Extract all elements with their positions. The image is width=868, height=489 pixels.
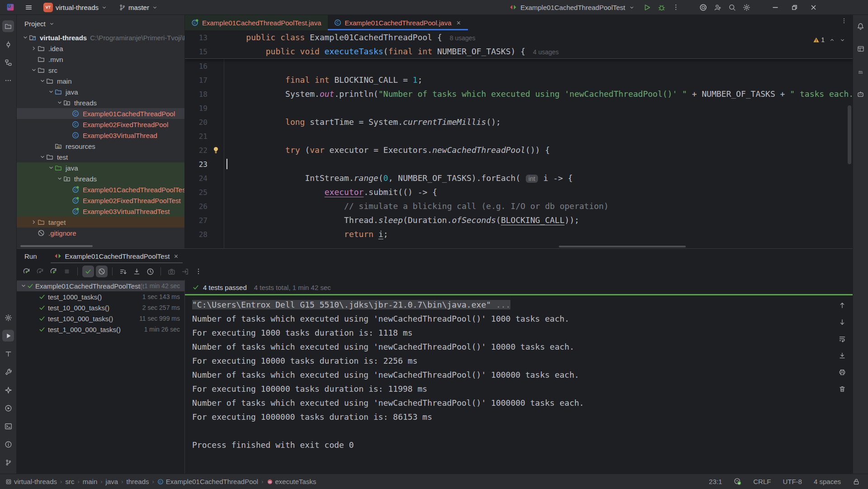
- import-test-results-icon[interactable]: [165, 266, 177, 277]
- console-line[interactable]: Number of tasks which executed using 'ne…: [192, 342, 853, 356]
- project-tree-hscrollbar[interactable]: [20, 245, 93, 247]
- scroll-to-top-icon[interactable]: [836, 299, 848, 311]
- console-line[interactable]: For executing 1000 tasks duration is: 11…: [192, 328, 853, 342]
- close-button[interactable]: [806, 1, 821, 13]
- todo-tool-window-icon[interactable]: [2, 348, 14, 360]
- branch-selector[interactable]: master: [116, 2, 160, 13]
- console-line[interactable]: Number of tasks which executed using 'ne…: [192, 398, 853, 412]
- code-line[interactable]: 21: [185, 129, 853, 143]
- inspection-widget[interactable]: 1: [813, 33, 845, 47]
- console-line[interactable]: Number of tasks which executed using 'ne…: [192, 370, 853, 384]
- tree-row[interactable]: java: [17, 162, 184, 173]
- ai-assistant-button-icon[interactable]: [697, 1, 709, 13]
- chevron-down-icon[interactable]: [49, 21, 55, 27]
- project-selector[interactable]: VT virtual-threads: [41, 1, 110, 14]
- terminal-tool-window-icon[interactable]: [2, 420, 14, 432]
- notifications-icon[interactable]: [855, 20, 867, 32]
- breadcrumb-item[interactable]: mexecuteTasks: [267, 478, 316, 485]
- breadcrumb-item[interactable]: CExample01CachedThreadPool: [157, 478, 258, 485]
- minimize-button[interactable]: [768, 1, 783, 13]
- tree-row[interactable]: CExample03VirtualThreadTest: [17, 206, 184, 217]
- tree-chevron-icon[interactable]: [38, 153, 46, 161]
- close-tab-icon[interactable]: [456, 20, 462, 26]
- usages-inlay[interactable]: 8 usages: [450, 34, 476, 42]
- tree-chevron-icon[interactable]: [21, 34, 29, 41]
- commit-tool-window-icon[interactable]: [2, 38, 14, 50]
- code-editor[interactable]: 1 13 public class Example01CachedThreadP…: [185, 30, 853, 248]
- code-line[interactable]: 28 return i;: [185, 227, 853, 241]
- editor-tab[interactable]: CExample01CachedThreadPoolTest.java: [185, 15, 328, 30]
- unlock-icon[interactable]: [853, 478, 860, 485]
- editor-tab[interactable]: CExample01CachedThreadPool.java: [328, 15, 468, 30]
- folded-command-icon[interactable]: ...: [491, 300, 510, 309]
- sort-alphabetically-icon[interactable]: [117, 266, 129, 277]
- tree-row[interactable]: java: [17, 86, 184, 97]
- run-tab[interactable]: Example01CachedThreadPoolTest: [51, 249, 183, 263]
- tree-row[interactable]: .gitignore: [17, 228, 184, 238]
- code-line[interactable]: 23: [185, 157, 853, 171]
- code-line[interactable]: 25 executor.submit(() -> {: [185, 185, 853, 199]
- tree-row[interactable]: threads: [17, 97, 184, 108]
- console-line[interactable]: For executing 10000 tasks duration is: 2…: [192, 356, 853, 370]
- test-row[interactable]: test_100_000_tasks()11 sec 999 ms: [17, 313, 184, 324]
- show-passed-toggle-icon[interactable]: [82, 266, 94, 277]
- code-line[interactable]: 22 try (var executor = Executors.newCach…: [185, 143, 853, 157]
- code-line[interactable]: 26 // simulate a blicking call (e.g. I/O…: [185, 199, 853, 213]
- run-configuration-selector[interactable]: Example01CachedThreadPoolTest: [509, 4, 635, 11]
- code-line[interactable]: 17 final int BLOCKING_CALL = 1;: [185, 73, 853, 87]
- usages-inlay[interactable]: 4 usages: [533, 48, 559, 56]
- intention-bulb-icon[interactable]: [208, 143, 224, 157]
- collapse-all-icon[interactable]: [131, 266, 142, 277]
- build-tool-window-icon[interactable]: [2, 312, 14, 323]
- problems-tool-window-icon[interactable]: [2, 438, 14, 450]
- console-line[interactable]: For executing 1000000 tasks duration is:…: [192, 412, 853, 426]
- ai-tool-window-icon[interactable]: [2, 384, 14, 396]
- breadcrumb-item[interactable]: virtual-threads: [5, 478, 57, 485]
- project-tool-window-icon[interactable]: [2, 20, 14, 32]
- run-console[interactable]: 4 tests passed 4 tests total, 1 min 42 s…: [185, 280, 853, 474]
- console-line[interactable]: "C:\Users\Entrox Dell G15 5510\.jdks\jbr…: [192, 300, 853, 314]
- ai-assistant-tool-window-icon[interactable]: [855, 88, 867, 100]
- search-everywhere-button-icon[interactable]: [726, 1, 738, 13]
- rerun-tests-icon[interactable]: [20, 266, 32, 277]
- services-tool-window-icon[interactable]: [2, 402, 14, 414]
- test-row[interactable]: test_1_000_000_tasks()1 min 26 sec: [17, 324, 184, 335]
- toggle-auto-test-icon[interactable]: [47, 266, 59, 277]
- close-run-tab-icon[interactable]: [173, 253, 179, 259]
- maven-tool-window-icon[interactable]: m: [855, 66, 867, 77]
- editor-hscrollbar[interactable]: [559, 246, 686, 247]
- rerun-failed-tests-icon[interactable]: [34, 266, 46, 277]
- tools-tool-window-icon[interactable]: [2, 366, 14, 378]
- indent-style[interactable]: 4 spaces: [814, 478, 841, 485]
- code-line[interactable]: 18 System.out.println("Number of tasks w…: [185, 87, 853, 101]
- scroll-to-end-icon[interactable]: [836, 350, 848, 361]
- sort-by-duration-icon[interactable]: [144, 266, 156, 277]
- stop-button-icon[interactable]: [61, 266, 73, 277]
- scroll-to-bottom-icon[interactable]: [836, 316, 848, 328]
- console-line[interactable]: Process finished with exit code 0: [192, 440, 853, 454]
- breadcrumb-item[interactable]: src: [65, 478, 74, 485]
- test-row[interactable]: test_10_000_tasks()2 sec 257 ms: [17, 302, 184, 313]
- tree-row[interactable]: CExample02FixedThreadPool: [17, 119, 184, 130]
- tree-row[interactable]: CExample01CachedThreadPool: [17, 108, 184, 119]
- tree-row[interactable]: test: [17, 152, 184, 162]
- file-encoding[interactable]: UTF-8: [783, 478, 802, 485]
- code-with-me-button-icon[interactable]: [712, 1, 723, 13]
- print-console-icon[interactable]: [836, 366, 848, 378]
- main-menu-icon[interactable]: [23, 1, 34, 13]
- code-line[interactable]: 19: [185, 101, 853, 115]
- code-line[interactable]: 13 public class Example01CachedThreadPoo…: [185, 30, 853, 44]
- tree-chevron-icon[interactable]: [30, 66, 38, 74]
- code-analysis-status-icon[interactable]: [734, 478, 741, 485]
- breadcrumb-item[interactable]: threads: [126, 478, 149, 485]
- tree-row[interactable]: .idea: [17, 43, 184, 54]
- clear-console-icon[interactable]: [836, 383, 848, 395]
- tree-chevron-icon[interactable]: [30, 45, 38, 52]
- test-chevron-icon[interactable]: [20, 283, 27, 289]
- code-line[interactable]: 24 IntStream.range(0, NUMBER_OF_TASKS).f…: [185, 171, 853, 185]
- caret-position[interactable]: 23:1: [709, 478, 722, 485]
- tree-row[interactable]: .mvn: [17, 54, 184, 65]
- tree-row[interactable]: src: [17, 65, 184, 76]
- line-ending[interactable]: CRLF: [753, 478, 771, 485]
- tree-chevron-icon[interactable]: [56, 99, 63, 106]
